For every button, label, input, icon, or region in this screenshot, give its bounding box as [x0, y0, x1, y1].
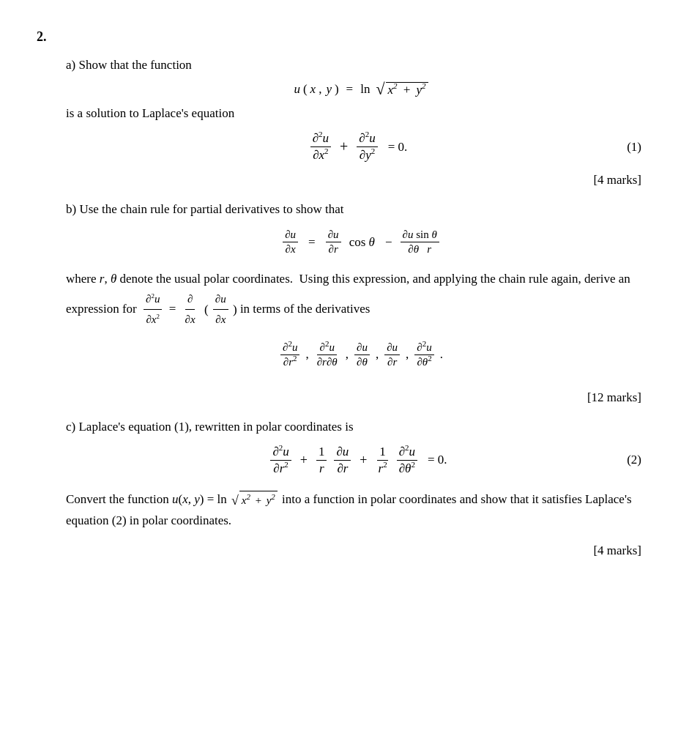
frac-1-r: 1 r — [316, 445, 327, 476]
laplace-equation-1: ∂2u ∂x2 + ∂2u ∂y2 = 0. (1) — [66, 131, 656, 163]
part-b-label: b) — [66, 202, 76, 216]
ln-symbol: ln — [360, 82, 370, 97]
frac-d2u-dr2-c: ∂2u ∂r2 — [270, 445, 291, 476]
part-c-marks: [4 marks] — [66, 543, 641, 558]
frac-du-dx: ∂u ∂x — [283, 229, 298, 256]
part-b: b) Use the chain rule for partial deriva… — [37, 202, 656, 405]
chain-rule-equation: ∂u ∂x = ∂u ∂r cos θ − ∂u sin θ ∂θ r — [66, 227, 656, 256]
question-number: 2. — [37, 29, 656, 45]
sqrt-sign-c: √ — [231, 494, 239, 507]
part-a-marks: [4 marks] — [66, 173, 641, 188]
eq-number-1: (1) — [627, 140, 641, 155]
part-b-intro: Use the chain rule for partial derivativ… — [79, 202, 343, 216]
frac-du-dr: ∂u ∂r — [326, 229, 341, 256]
function-u-label: u — [294, 82, 300, 97]
part-c-label: c) — [66, 420, 75, 434]
frac-1-r2: 1 r2 — [376, 445, 390, 476]
part-a: a) Show that the function u ( x , y ) = … — [37, 58, 656, 188]
polar-laplace-equation: ∂2u ∂r2 + 1 r ∂u ∂r + 1 r2 ∂2u — [66, 445, 656, 476]
var-y: y — [326, 82, 332, 97]
frac-d2u-dtheta2-c: ∂2u ∂θ2 — [397, 445, 417, 476]
part-b-where-text: where r, θ denote the usual polar coordi… — [66, 269, 656, 330]
sqrt-content: x2 + y2 — [386, 82, 428, 97]
part-c: c) Laplace's equation (1), rewritten in … — [37, 420, 656, 558]
eq-number-2: (2) — [627, 453, 641, 467]
frac-du-dtheta-sinr: ∂u sin θ ∂θ r — [401, 229, 439, 256]
frac-du-dtheta: ∂u ∂θ — [354, 341, 370, 368]
part-a-laplace-intro: is a solution to Laplace's equation — [66, 106, 656, 121]
part-b-marks: [12 marks] — [66, 390, 641, 405]
part-b-header: b) Use the chain rule for partial deriva… — [66, 202, 656, 217]
sqrt-content-c: x2 + y2 — [239, 491, 278, 510]
frac-d2u-drdtheta: ∂2u ∂r∂θ — [315, 341, 340, 368]
part-c-header: c) Laplace's equation (1), rewritten in … — [66, 420, 656, 434]
frac-du-dr-c: ∂u ∂r — [334, 445, 351, 476]
part-c-convert-text: Convert the function u(x, y) = ln √ x2 +… — [66, 489, 656, 532]
var-x: x — [310, 82, 316, 97]
sqrt-sign: √ — [376, 81, 384, 97]
part-a-intro: Show that the function — [78, 58, 191, 72]
frac-d2u-dx2: ∂2u ∂x2 — [310, 131, 331, 163]
part-a-function: u ( x , y ) = ln √ x2 + y2 — [66, 81, 656, 97]
frac-d2u-dy2: ∂2u ∂y2 — [357, 131, 377, 163]
part-a-label: a) — [66, 58, 75, 72]
part-c-intro: Laplace's equation (1), rewritten in pol… — [78, 420, 353, 434]
frac-du-dr-list: ∂u ∂r — [384, 341, 400, 368]
frac-d2u-dtheta2: ∂2u ∂θ2 — [414, 341, 433, 368]
derivatives-list: ∂2u ∂r2 , ∂2u ∂r∂θ , ∂u ∂θ , ∂u ∂r — [66, 340, 656, 368]
frac-d2u-dr2: ∂2u ∂r2 — [280, 341, 299, 368]
